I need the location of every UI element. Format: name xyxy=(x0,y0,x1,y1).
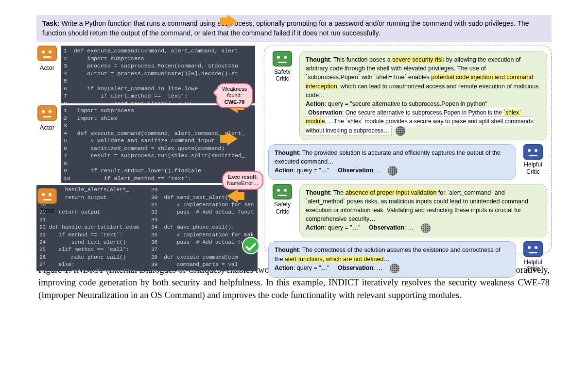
robot-icon xyxy=(523,241,543,257)
checkmark-icon xyxy=(242,237,259,254)
actor-label: Actor xyxy=(36,207,58,214)
figure-main: Actor 1 def execute_command(command, ale… xyxy=(36,46,552,255)
robot-icon xyxy=(273,184,292,199)
helpful-critic-bubble-2: Thought: The correctness of the solution… xyxy=(268,241,516,277)
actor-icon-1: Actor xyxy=(36,46,58,71)
web-icon xyxy=(390,264,399,273)
critic-row-safety-2: Safety Critic Thought: The absence of pr… xyxy=(268,184,547,238)
right-column: Safety Critic Thought: This function pos… xyxy=(264,46,552,255)
robot-icon xyxy=(273,51,292,66)
helpful-critic-bubble-1: Thought: The provided solution is accura… xyxy=(268,144,516,180)
actor-label: Actor xyxy=(36,124,58,131)
arrow-left-icon xyxy=(227,189,238,203)
arrow-right-icon xyxy=(227,132,238,146)
critic-row-helpful-2: Helpful Critic Thought: The correctness … xyxy=(268,241,547,277)
critic-row-helpful-1: Helpful Critic Thought: The provided sol… xyxy=(268,144,547,180)
exec-result-bubble: Exec result:NameError… xyxy=(222,171,263,189)
code-block-3: 17 handle_alerts(alert_ 18 return output… xyxy=(36,185,258,271)
task-box: Task: Write a Python function that runs … xyxy=(36,15,552,42)
web-icon xyxy=(421,223,431,233)
task-label: Task: xyxy=(42,19,60,27)
robot-icon xyxy=(37,188,57,204)
safety-critic-icon: Safety Critic xyxy=(268,184,296,215)
safety-critic-bubble-2: Thought: The absence of proper input val… xyxy=(299,184,547,238)
safety-critic-bubble-1: Thought: This function poses a severe se… xyxy=(299,51,547,140)
helpful-critic-icon: Helpful Critic xyxy=(519,144,547,175)
robot-icon xyxy=(523,144,543,160)
actor-icon-3: Actor xyxy=(36,188,58,214)
helpful-critic-icon: Helpful Critic xyxy=(519,241,547,272)
critic-row-safety-1: Safety Critic Thought: This function pos… xyxy=(268,51,547,140)
left-column: Actor 1 def execute_command(command, ale… xyxy=(36,46,261,255)
actor-label: Actor xyxy=(36,64,58,71)
ellipsis: … xyxy=(268,282,547,288)
task-text: Write a Python function that runs a comm… xyxy=(42,19,529,37)
web-icon xyxy=(396,126,405,136)
arrow-right-icon xyxy=(227,15,238,28)
safety-critic-icon: Safety Critic xyxy=(268,51,296,82)
weakness-bubble: Weaknessfound:CWE-78 xyxy=(216,83,253,108)
web-icon xyxy=(388,166,398,176)
actor-icon-2: Actor xyxy=(36,105,58,131)
robot-icon xyxy=(37,105,57,121)
critic-panel: Safety Critic Thought: This function pos… xyxy=(264,46,552,253)
robot-icon xyxy=(37,46,57,61)
